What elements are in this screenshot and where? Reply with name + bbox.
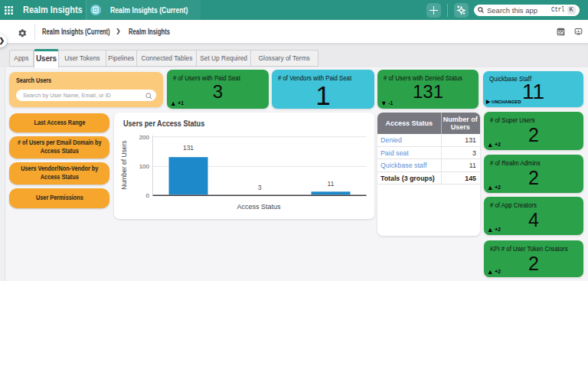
svg-text:131: 131: [183, 144, 194, 152]
svg-text:3: 3: [258, 184, 262, 191]
svg-text:11: 11: [328, 180, 335, 188]
svg-text:Number of Users: Number of Users: [120, 140, 128, 189]
svg-text:200: 200: [139, 134, 150, 141]
svg-text:0: 0: [146, 192, 150, 199]
svg-text:100: 100: [139, 163, 150, 170]
svg-text:Access Status: Access Status: [237, 203, 281, 211]
